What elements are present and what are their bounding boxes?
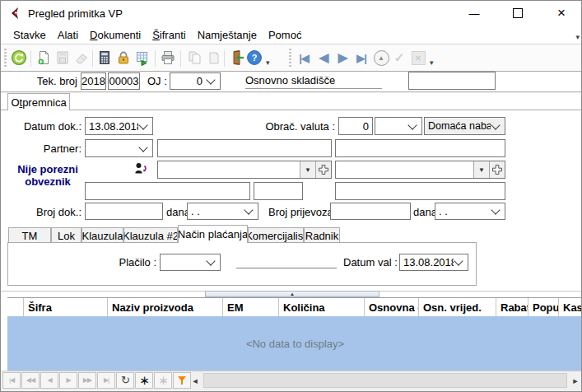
hscroll-thumb[interactable] — [203, 373, 567, 388]
menu-item-namjestanje[interactable]: Namještanje — [192, 27, 263, 43]
cancel-button[interactable]: × — [409, 49, 427, 67]
column-header-naziv-proizvoda[interactable]: Naziv proizvoda — [108, 298, 223, 316]
menu-item-pomoc[interactable]: Pomoć — [263, 27, 307, 43]
grid-next-page-button[interactable]: ▶▶ — [78, 372, 96, 389]
tab-lok[interactable]: Lok — [51, 227, 81, 243]
record-next-button[interactable]: ▶ — [333, 49, 352, 67]
export-table-button[interactable] — [133, 49, 151, 67]
address-field[interactable] — [85, 182, 250, 200]
obrac-valuta-field[interactable]: 0 — [338, 117, 373, 135]
post-record-button[interactable]: ▲ — [372, 49, 390, 67]
toolbar-overflow-button[interactable]: ▾ — [430, 58, 434, 67]
print-icon — [160, 49, 176, 66]
doc-number-field[interactable]: 00003 — [108, 72, 140, 90]
erase-button[interactable] — [72, 49, 91, 67]
print-button[interactable] — [159, 49, 177, 67]
dana-date-combo-2[interactable]: . . — [435, 203, 505, 220]
broj-prijevoza-field[interactable] — [330, 203, 411, 220]
dropdown-arrow-icon: ▼ — [478, 166, 485, 174]
grid-next-button[interactable]: ▶ — [59, 372, 77, 389]
tab-radnik[interactable]: Radnik — [304, 227, 340, 243]
tab-nacin-placanja[interactable]: Način plaćanja — [178, 225, 248, 243]
menu-overflow-button[interactable]: ▾ — [575, 33, 580, 41]
dana-date-combo-1[interactable]: . . — [187, 203, 258, 220]
oj-combo[interactable]: 0 — [170, 72, 221, 90]
calculator-button[interactable] — [95, 49, 114, 67]
new-document-button[interactable] — [35, 49, 53, 67]
hscroll-left-button[interactable]: ◂ — [189, 371, 202, 390]
record-prev-button[interactable]: ◀ — [314, 49, 333, 67]
paste-button[interactable] — [204, 49, 222, 67]
grid-prev-button[interactable]: ◀ — [40, 372, 58, 389]
minimize-button[interactable]: — — [455, 1, 493, 26]
chevron-down-icon — [491, 205, 500, 214]
column-header-osnovna-cijena[interactable]: Osnovna cije — [365, 298, 419, 316]
menu-item-stavke[interactable]: Stavke — [7, 27, 52, 43]
exit-button[interactable] — [228, 49, 246, 67]
tab-komercijalist[interactable]: Komercijalist — [248, 227, 304, 243]
tab-otpremnica[interactable]: Otpremnica — [7, 93, 70, 110]
column-header-kolicina[interactable]: Količina — [279, 298, 365, 316]
grid-refresh-button[interactable]: ↻ — [116, 372, 134, 389]
grid-insert-button[interactable]: ∗ — [154, 372, 172, 389]
scroll-left-icon: ◂ — [193, 376, 198, 386]
grid-last-button[interactable]: ▶| — [97, 372, 115, 389]
tab-nacin-placanja-label: Način plaćanja — [178, 228, 248, 240]
grid-last-icon: ▶| — [104, 376, 109, 384]
datum-val-combo[interactable]: 13.08.2018 — [399, 254, 468, 271]
grid-prev-page-button[interactable]: ◀◀ — [21, 372, 40, 389]
broj-dok-field[interactable] — [85, 203, 163, 220]
column-header-osn-vrijed[interactable]: Osn. vrijed. — [419, 298, 496, 316]
add-button[interactable] — [489, 161, 505, 178]
record-last-button[interactable]: ▶| — [352, 49, 370, 67]
column-header-kasa[interactable]: Kasa — [559, 298, 582, 316]
partner-lookup-icon[interactable] — [133, 161, 148, 176]
menu-item-sifranti[interactable]: Šifranti — [147, 27, 191, 43]
column-header-em[interactable]: EM — [223, 298, 279, 316]
nabava-combo[interactable]: Domaća nabava — [424, 117, 505, 135]
grid-append-button[interactable]: ∗ — [135, 372, 153, 389]
tab-klauzula-2[interactable]: Klauzula #2 — [123, 227, 178, 243]
placilo-combo[interactable] — [160, 254, 221, 271]
tab-klauzula[interactable]: Klauzula — [81, 227, 123, 243]
tab-tm[interactable]: TM — [8, 227, 51, 243]
menu-item-alati[interactable]: Alati — [52, 27, 84, 43]
toolbar-grip[interactable] — [4, 49, 7, 68]
column-header-rabat[interactable]: Rabat — [496, 298, 528, 316]
save-button[interactable] — [54, 49, 72, 67]
hscroll-right-button[interactable]: ▸ — [569, 371, 582, 390]
toolbar-overflow-button[interactable]: ▾ — [266, 58, 270, 67]
app-window: Pregled primitka VP — × Stavke Alati Dok… — [0, 0, 582, 392]
column-header-sifra[interactable]: Šifra — [24, 298, 108, 316]
refresh-button[interactable] — [10, 49, 28, 67]
help-button[interactable]: ? — [245, 49, 263, 67]
reference-combo-2[interactable]: ▼ — [335, 161, 505, 179]
splitter-handle[interactable]: ▲ — [205, 291, 379, 297]
copy-button[interactable] — [185, 49, 203, 67]
grid-first-button[interactable]: |◀ — [2, 372, 21, 389]
header-extra-field[interactable] — [408, 72, 496, 90]
record-first-button[interactable]: |◀ — [295, 49, 313, 67]
city-field[interactable] — [335, 182, 505, 200]
datum-dok-combo[interactable]: 13.08.2018 — [85, 117, 153, 135]
valuta-combo[interactable] — [375, 117, 422, 135]
dropdown-button[interactable]: ▼ — [473, 161, 489, 178]
datum-dok-value: 13.08.2018 — [86, 120, 138, 133]
menu-item-dokumenti[interactable]: Dokumenti — [84, 27, 147, 43]
column-header-popus[interactable]: Popus — [528, 298, 559, 316]
partner-combo[interactable] — [85, 139, 153, 157]
close-button[interactable]: × — [542, 1, 580, 26]
maximize-button[interactable] — [499, 1, 537, 26]
toolbar-grip[interactable] — [289, 49, 291, 68]
reference-combo-1[interactable]: ▼ — [157, 161, 332, 179]
add-button[interactable] — [315, 161, 331, 178]
confirm-button[interactable]: ✓ — [390, 49, 408, 67]
grid-body[interactable]: <No data to display> — [7, 316, 582, 371]
dropdown-button[interactable]: ▼ — [300, 161, 315, 178]
year-field[interactable]: 2018 — [81, 72, 106, 90]
window-title: Pregled primitka VP — [28, 7, 123, 20]
postcode-field[interactable] — [254, 182, 303, 200]
lock-button[interactable] — [114, 49, 133, 67]
partner-name-field[interactable] — [157, 139, 332, 157]
partner-name2-field[interactable] — [335, 139, 505, 157]
